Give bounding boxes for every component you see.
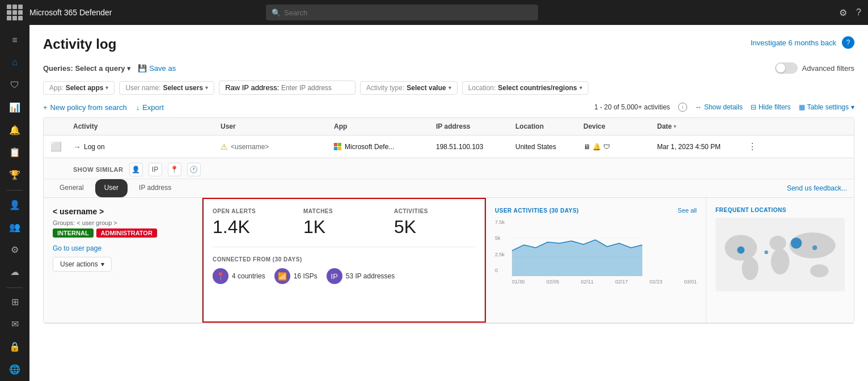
map-panel: FREQUENT LOCATIONS bbox=[706, 198, 854, 323]
tab-ip-address[interactable]: IP address bbox=[130, 179, 180, 197]
table-settings-chevron: ▾ bbox=[851, 103, 854, 111]
similar-ip-icon[interactable]: IP bbox=[149, 163, 162, 176]
apps-grid-icon[interactable] bbox=[7, 5, 23, 20]
activity-type-icon: → bbox=[73, 142, 81, 151]
th-date[interactable]: Date ▾ bbox=[657, 122, 748, 130]
th-activity[interactable]: Activity bbox=[73, 122, 221, 130]
matches-label: MATCHES bbox=[303, 208, 385, 214]
sidebar-email-icon[interactable]: ✉ bbox=[3, 314, 26, 335]
sidebar-file-icon[interactable]: 📋 bbox=[3, 142, 26, 163]
ips-item: IP 53 IP addresses bbox=[327, 268, 395, 284]
svg-marker-4 bbox=[512, 240, 642, 276]
isps-icon: 📶 bbox=[274, 268, 290, 284]
badge-administrator: ADMINISTRATOR bbox=[96, 228, 157, 238]
svg-point-8 bbox=[771, 249, 790, 275]
user-filter-chevron: ▾ bbox=[205, 84, 208, 91]
chart-panel: USER ACTIVITIES (30 DAYS) See all 7.5k 5… bbox=[486, 198, 706, 323]
td-activity: → Log on bbox=[73, 142, 221, 151]
stats-bottom: CONNECTED FROM (30 DAYS) 📍 4 countries 📶… bbox=[213, 256, 476, 284]
info-icon[interactable]: i bbox=[678, 103, 687, 112]
td-date: Mar 1, 2023 4:50 PM bbox=[657, 143, 748, 151]
stat-open-alerts: OPEN ALERTS 1.4K bbox=[213, 208, 294, 238]
td-row-icon: ⬜ bbox=[50, 141, 73, 152]
sidebar-users-icon[interactable]: 👥 bbox=[3, 217, 26, 238]
sidebar-cloud-icon[interactable]: ☁ bbox=[3, 261, 26, 283]
user-actions-button[interactable]: User actions ▾ bbox=[53, 257, 112, 272]
user-filter[interactable]: User name: Select users ▾ bbox=[119, 81, 214, 95]
similar-person-icon[interactable]: 👤 bbox=[129, 163, 143, 176]
user-display-name: < username > bbox=[53, 207, 193, 216]
tab-general[interactable]: General bbox=[50, 179, 93, 197]
th-ip[interactable]: IP address bbox=[436, 122, 515, 130]
th-user-label: User bbox=[221, 122, 236, 130]
activity-filter-chevron: ▾ bbox=[448, 84, 451, 91]
similar-location-icon[interactable]: 📍 bbox=[168, 163, 181, 176]
th-device-label: Device bbox=[583, 122, 606, 130]
search-input[interactable] bbox=[284, 9, 532, 17]
app-title: Microsoft 365 Defender bbox=[29, 8, 112, 17]
th-date-label: Date bbox=[657, 122, 672, 130]
page-title: Activity log bbox=[43, 36, 116, 52]
help-button[interactable]: ? bbox=[842, 36, 854, 49]
location-filter-value: Select countries/regions bbox=[498, 84, 577, 92]
settings-icon[interactable]: ⚙ bbox=[839, 7, 847, 18]
see-all-link[interactable]: See all bbox=[678, 207, 697, 214]
sidebar-bell-icon[interactable]: 🔔 bbox=[3, 119, 26, 141]
similar-time-icon[interactable]: 🕐 bbox=[187, 163, 201, 176]
sidebar-user-icon[interactable]: 👤 bbox=[3, 194, 26, 215]
chart-y-labels: 7.5k 5k 2.5k 0 bbox=[495, 219, 511, 273]
details-row: SHOW SIMILAR 👤 IP 📍 🕐 General User IP ad… bbox=[44, 158, 854, 323]
td-user: ⚠ <username> bbox=[221, 142, 334, 151]
th-device[interactable]: Device bbox=[583, 122, 657, 130]
app-filter-label: App: bbox=[49, 84, 63, 92]
app-filter[interactable]: App: Select apps ▾ bbox=[43, 81, 115, 95]
save-as-button[interactable]: 💾 Save as bbox=[138, 64, 176, 73]
help-icon[interactable]: ? bbox=[856, 7, 861, 18]
th-location[interactable]: Location bbox=[515, 122, 583, 130]
activity-filter[interactable]: Activity type: Select value ▾ bbox=[360, 81, 458, 95]
investigate-link[interactable]: Investigate 6 months back bbox=[751, 39, 836, 47]
location-filter[interactable]: Location: Select countries/regions ▾ bbox=[462, 81, 588, 95]
tab-user[interactable]: User bbox=[95, 179, 128, 197]
table-settings-button[interactable]: ▦ Table settings ▾ bbox=[799, 103, 854, 111]
stat-matches: MATCHES 1K bbox=[303, 208, 385, 238]
th-app[interactable]: App bbox=[334, 122, 436, 130]
sidebar-chart-icon[interactable]: 📊 bbox=[3, 97, 26, 118]
ip-filter-input[interactable] bbox=[281, 84, 349, 92]
location-filter-label: Location: bbox=[468, 84, 496, 92]
sidebar-apps-icon[interactable]: ⊞ bbox=[3, 291, 26, 313]
countries-item: 📍 4 countries bbox=[213, 268, 265, 284]
td-location: United States bbox=[515, 143, 583, 151]
row-menu-icon[interactable]: ⋮ bbox=[748, 141, 757, 152]
sidebar-hamburger-icon[interactable]: ≡ bbox=[3, 29, 26, 51]
user-actions-chevron: ▾ bbox=[101, 260, 104, 268]
show-details-button[interactable]: ↔ Show details bbox=[695, 103, 743, 111]
th-user[interactable]: User bbox=[221, 122, 334, 130]
user-filter-value: Select users bbox=[163, 84, 203, 92]
go-to-user-link[interactable]: Go to user page bbox=[53, 244, 193, 252]
th-empty bbox=[50, 122, 73, 130]
chart-svg bbox=[512, 219, 642, 276]
open-alerts-label: OPEN ALERTS bbox=[213, 208, 294, 214]
sidebar-shield-icon[interactable]: 🛡 bbox=[3, 74, 26, 96]
search-bar[interactable]: 🔍 bbox=[266, 5, 538, 20]
show-similar-bar: SHOW SIMILAR 👤 IP 📍 🕐 bbox=[44, 158, 854, 179]
sidebar-lock-icon[interactable]: 🔒 bbox=[3, 336, 26, 358]
table-row[interactable]: ⬜ → Log on ⚠ <username> Microsoft Defe..… bbox=[44, 136, 854, 158]
sidebar-globe-icon[interactable]: 🌐 bbox=[3, 358, 26, 380]
send-feedback-link[interactable]: Send us feedback... bbox=[787, 184, 847, 192]
sidebar-home-icon[interactable]: ⌂ bbox=[3, 52, 26, 74]
download-icon: ↓ bbox=[136, 103, 140, 112]
chart-title: USER ACTIVITIES (30 DAYS) bbox=[495, 208, 579, 214]
new-policy-button[interactable]: + New policy from search bbox=[43, 103, 127, 112]
results-count: 1 - 20 of 5,000+ activities bbox=[594, 103, 670, 111]
sidebar-trophy-icon[interactable]: 🏆 bbox=[3, 164, 26, 186]
hide-filters-button[interactable]: ⊟ Hide filters bbox=[751, 103, 791, 111]
export-button[interactable]: ↓ Export bbox=[136, 103, 164, 112]
td-row-menu[interactable]: ⋮ bbox=[748, 141, 765, 152]
sidebar-gear-icon[interactable]: ⚙ bbox=[3, 239, 26, 260]
advanced-filters-toggle-switch[interactable] bbox=[775, 62, 798, 74]
bell-device-icon: 🔔 bbox=[592, 143, 601, 151]
main-content: Activity log Investigate 6 months back ?… bbox=[29, 25, 868, 381]
toolbar-right: 1 - 20 of 5,000+ activities i ↔ Show det… bbox=[594, 103, 854, 112]
